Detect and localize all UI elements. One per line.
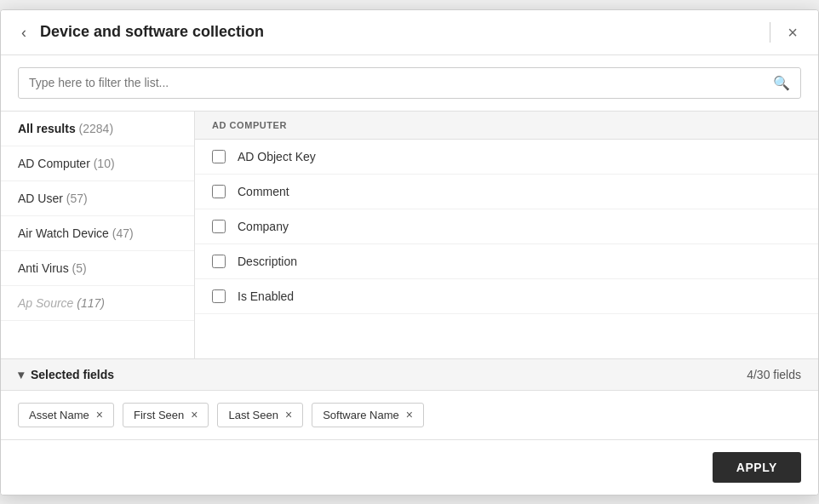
sidebar-item-count: (47) <box>112 226 134 240</box>
chip-remove-first-seen[interactable]: × <box>191 409 198 421</box>
field-item[interactable]: AD Object Key <box>195 140 818 175</box>
chip-remove-asset-name[interactable]: × <box>96 409 103 421</box>
selected-fields-bar: ▾ Selected fields 4/30 fields <box>1 358 818 391</box>
sidebar-item-all-results[interactable]: All results (2284) <box>1 112 194 146</box>
sidebar-item-ad-user[interactable]: AD User (57) <box>1 181 194 216</box>
search-input-wrapper: 🔍 <box>18 67 801 99</box>
field-item[interactable]: Company <box>195 209 818 244</box>
sidebar-item-label: AD Computer <box>18 157 90 170</box>
chips-area: Asset Name × First Seen × Last Seen × So… <box>1 391 818 440</box>
sidebar-item-count: (57) <box>66 192 88 205</box>
field-checkbox-description[interactable] <box>212 255 226 268</box>
chip-remove-software-name[interactable]: × <box>406 409 413 421</box>
content-area: All results (2284) AD Computer (10) AD U… <box>1 112 818 358</box>
main-panel: AD COMPUTER AD Object Key Comment Compan… <box>195 112 818 358</box>
chip-remove-last-seen[interactable]: × <box>285 409 292 421</box>
field-label: Is Enabled <box>238 289 294 303</box>
sidebar-item-count: (5) <box>72 261 87 275</box>
sidebar-item-ad-computer[interactable]: AD Computer (10) <box>1 146 194 181</box>
selected-fields-label: Selected fields <box>31 368 114 381</box>
sidebar: All results (2284) AD Computer (10) AD U… <box>1 112 195 358</box>
modal-title: Device and software collection <box>40 23 756 41</box>
field-checkbox-comment[interactable] <box>212 185 226 198</box>
chip-last-seen: Last Seen × <box>217 403 303 427</box>
sidebar-item-label: Anti Virus <box>18 261 69 275</box>
back-button[interactable]: ‹ <box>18 25 30 40</box>
sidebar-item-count: (10) <box>94 157 115 170</box>
sidebar-item-anti-virus[interactable]: Anti Virus (5) <box>1 251 194 286</box>
field-item[interactable]: Is Enabled <box>195 279 818 314</box>
search-icon: 🔍 <box>773 75 790 91</box>
sidebar-item-label: Air Watch Device <box>18 226 109 240</box>
sidebar-item-ap-source[interactable]: Ap Source (117) <box>1 286 194 321</box>
chip-label: Asset Name <box>29 409 89 421</box>
field-checkbox-is-enabled[interactable] <box>212 289 226 303</box>
footer: APPLY <box>1 440 818 495</box>
search-bar: 🔍 <box>1 55 818 112</box>
header-divider <box>770 22 770 43</box>
fields-count: 4/30 fields <box>747 368 801 381</box>
field-item[interactable]: Description <box>195 244 818 279</box>
modal-header: ‹ Device and software collection × <box>1 10 818 55</box>
field-label: Comment <box>238 185 289 198</box>
chip-first-seen: First Seen × <box>123 403 209 427</box>
field-label: AD Object Key <box>238 150 316 163</box>
field-label: Company <box>238 220 289 233</box>
search-input[interactable] <box>29 76 773 89</box>
chip-label: Last Seen <box>228 409 278 421</box>
sidebar-item-count: (2284) <box>79 122 113 135</box>
section-header: AD COMPUTER <box>195 112 818 140</box>
sidebar-item-label: Ap Source <box>18 296 73 310</box>
chip-label: First Seen <box>134 409 184 421</box>
selected-fields-toggle[interactable]: ▾ Selected fields <box>18 368 747 381</box>
sidebar-item-count: (117) <box>77 296 105 310</box>
sidebar-item-air-watch-device[interactable]: Air Watch Device (47) <box>1 216 194 251</box>
field-checkbox-ad-object-key[interactable] <box>212 150 226 163</box>
chip-label: Software Name <box>323 409 399 421</box>
field-label: Description <box>238 255 297 268</box>
apply-button[interactable]: APPLY <box>713 452 801 483</box>
chevron-down-icon: ▾ <box>18 368 24 381</box>
sidebar-item-label: All results <box>18 122 76 135</box>
field-checkbox-company[interactable] <box>212 220 226 233</box>
close-button[interactable]: × <box>784 24 801 41</box>
modal-container: ‹ Device and software collection × 🔍 All… <box>0 9 819 495</box>
sidebar-item-label: AD User <box>18 192 63 205</box>
chip-asset-name: Asset Name × <box>18 403 114 427</box>
field-item[interactable]: Comment <box>195 175 818 209</box>
chip-software-name: Software Name × <box>312 403 424 427</box>
